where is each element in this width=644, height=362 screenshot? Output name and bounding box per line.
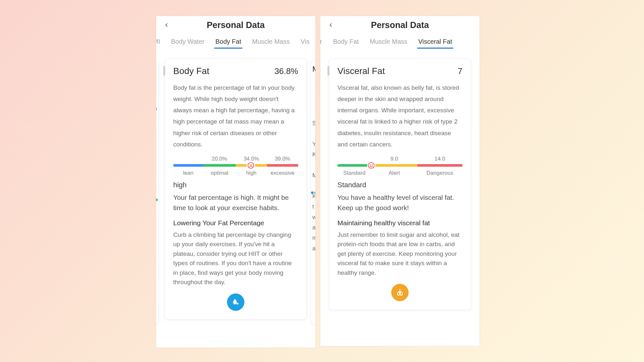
- label-excessive: excessive: [267, 170, 298, 176]
- header: Personal Data: [320, 16, 479, 34]
- segment-alert: [371, 164, 418, 167]
- status-text: Your fat percentage is high. It might be…: [173, 192, 298, 213]
- tick: 20.0%: [203, 156, 236, 162]
- scale-bar: [173, 164, 298, 167]
- card-header-row: Visceral Fat 7: [337, 66, 462, 76]
- advice-title: Maintaining healthy visceral fat: [337, 219, 462, 227]
- tab-body-fat[interactable]: Body Fat: [332, 35, 360, 49]
- phone-body-fat: Personal Data MI Body Water Body Fat Mus…: [156, 16, 315, 348]
- segment-standard: [337, 164, 371, 167]
- segment-excessive: [267, 164, 298, 167]
- status-text: You have a healthy level of visceral fat…: [337, 192, 462, 213]
- card-area: % Body Fat 36.8% Body fat is the percent…: [156, 50, 315, 329]
- next-card-peek[interactable]: M SYKMKtwama: [311, 60, 315, 324]
- segment-dangerous: [417, 164, 462, 167]
- card-accent-bar: [163, 66, 165, 76]
- tab-visceral-fat[interactable]: Visceral Fat: [417, 35, 453, 49]
- metric-value: 36.8%: [274, 66, 298, 76]
- metric-value: 7: [458, 66, 462, 76]
- next-card-title-fragment: M: [312, 65, 315, 74]
- advice-text: Curb a climbing fat percentage by changi…: [173, 230, 298, 287]
- tick: 9.0: [371, 156, 418, 162]
- label-lean: lean: [173, 170, 203, 176]
- scale-marker: [367, 161, 375, 170]
- scale-bar: [337, 164, 462, 167]
- tab-muscle-mass[interactable]: Muscle Mass: [251, 35, 291, 49]
- metric-title: Visceral Fat: [337, 66, 385, 76]
- next-card-bar-fragment: [311, 191, 314, 194]
- metric-title: Body Fat: [173, 66, 209, 76]
- scale-labels: lean optimal high excessive: [173, 170, 298, 176]
- range-scale: 20.0% 34.0% 39.0%: [173, 156, 298, 176]
- back-button[interactable]: [327, 21, 335, 29]
- svg-point-4: [368, 162, 374, 168]
- tick: 14.0: [417, 156, 462, 162]
- chevron-left-icon: [164, 22, 169, 28]
- back-button[interactable]: [163, 21, 170, 29]
- happy-face-icon: [368, 162, 375, 169]
- header: Personal Data: [156, 16, 315, 34]
- range-scale: 9.0 14.0 Standard Alert: [337, 156, 462, 176]
- phone-visceral-fat: Personal Data dy Water Body Fat Muscle M…: [320, 16, 479, 346]
- tab-body-fat[interactable]: Body Fat: [214, 35, 242, 49]
- label-standard: Standard: [337, 170, 371, 176]
- label-high: high: [236, 170, 267, 176]
- status-title: Standard: [337, 181, 462, 189]
- drop-icon: [227, 293, 244, 311]
- card-accent-bar: [327, 66, 329, 76]
- card-header-row: Body Fat 36.8%: [173, 66, 298, 76]
- svg-point-0: [248, 162, 253, 168]
- svg-point-3: [237, 303, 238, 304]
- segment-lean: [173, 164, 203, 167]
- scale-ticks: 20.0% 34.0% 39.0%: [173, 156, 298, 162]
- svg-point-1: [250, 164, 250, 165]
- chevron-left-icon: [328, 22, 334, 28]
- next-card-text-fragment: SYKMKtwama: [312, 118, 315, 254]
- metric-description: Body fat is the percentage of fat in you…: [173, 82, 298, 150]
- tab-body-water[interactable]: Body Water: [170, 35, 206, 49]
- tabs[interactable]: dy Water Body Fat Muscle Mass Visceral F…: [320, 34, 479, 50]
- advice-text: Just remember to limit sugar and alcohol…: [337, 230, 462, 277]
- water-drop-icon: [231, 298, 240, 307]
- segment-optimal: [203, 164, 236, 167]
- tabs[interactable]: MI Body Water Body Fat Muscle Mass Vis: [156, 34, 315, 50]
- scale-labels: Standard Alert Dangerous: [337, 170, 462, 176]
- label-alert: Alert: [371, 170, 418, 176]
- prev-card-value-fragment: %: [156, 105, 157, 112]
- status-title: high: [173, 181, 298, 189]
- metric-card: Body Fat 36.8% Body fat is the percentag…: [165, 59, 307, 320]
- svg-point-6: [372, 164, 372, 165]
- advice-title: Lowering Your Fat Percentage: [173, 219, 298, 227]
- label-dangerous: Dangerous: [417, 170, 462, 176]
- organ-icon: [395, 288, 405, 297]
- tab-muscle-mass[interactable]: Muscle Mass: [368, 35, 409, 49]
- tab-body-water[interactable]: dy Water: [320, 35, 323, 49]
- svg-point-2: [251, 164, 252, 165]
- page-title: Personal Data: [371, 20, 429, 30]
- metric-card: Visceral Fat 7 Visceral fat, also known …: [329, 59, 471, 310]
- metric-description: Visceral fat, also known as belly fat, i…: [337, 82, 462, 150]
- scale-marker: [247, 161, 255, 170]
- scale-ticks: 9.0 14.0: [337, 156, 462, 162]
- tab-bmi[interactable]: MI: [156, 35, 161, 49]
- lungs-icon: [391, 284, 409, 301]
- card-area: Visceral Fat 7 Visceral fat, also known …: [320, 50, 479, 320]
- tick: 39.0%: [267, 156, 298, 162]
- sad-face-icon: [247, 162, 254, 169]
- svg-point-5: [370, 164, 370, 165]
- prev-card-bar-fragment: [156, 199, 158, 201]
- page-title: Personal Data: [207, 20, 265, 30]
- prev-card-peek[interactable]: %: [156, 60, 159, 324]
- tab-visceral-fat[interactable]: Vis: [299, 35, 311, 49]
- label-optimal: optimal: [203, 170, 236, 176]
